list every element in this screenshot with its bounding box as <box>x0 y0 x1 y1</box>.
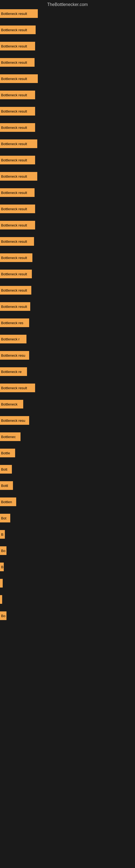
row-gap-28 <box>0 474 135 481</box>
bars-container: Bottleneck resultBottleneck resultBottle… <box>0 9 135 628</box>
bar-row-18: Bottleneck result <box>0 302 135 318</box>
bar-row-28: Bott <box>0 465 135 481</box>
bar-row-13: Bottleneck result <box>0 221 135 237</box>
bar-7: Bottleneck result <box>0 123 35 132</box>
bar-label-18: Bottleneck result <box>1 305 27 309</box>
bar-row-34: B <box>0 563 135 579</box>
bar-label-6: Bottleneck result <box>1 109 27 113</box>
row-gap-11 <box>0 197 135 205</box>
bar-24: Bottleneck <box>0 400 23 408</box>
bar-row-29: Bottl <box>0 481 135 497</box>
bar-row-11: Bottleneck result <box>0 188 135 205</box>
row-gap-26 <box>0 441 135 448</box>
bar-row-6: Bottleneck result <box>0 107 135 123</box>
bar-12: Bottleneck result <box>0 205 35 213</box>
row-gap-9 <box>0 164 135 172</box>
bar-row-4: Bottleneck result <box>0 74 135 91</box>
bar-label-34: B <box>1 565 3 569</box>
bar-25: Bottleneck resu <box>0 416 29 425</box>
bar-label-30: Bottlen <box>1 500 12 504</box>
bar-row-2: Bottleneck result <box>0 42 135 58</box>
bar-row-3: Bottleneck result <box>0 58 135 74</box>
bar-row-26: Bottlenec <box>0 432 135 448</box>
bar-row-19: Bottleneck res <box>0 318 135 335</box>
bar-label-1: Bottleneck result <box>1 28 27 32</box>
bar-label-27: Bottle <box>1 451 10 455</box>
bar-20: Bottleneck r <box>0 335 27 343</box>
bar-label-26: Bottlenec <box>1 435 16 439</box>
row-gap-13 <box>0 229 135 237</box>
row-gap-35 <box>0 588 135 595</box>
bar-8: Bottleneck result <box>0 140 37 148</box>
bar-label-4: Bottleneck result <box>1 77 27 81</box>
bar-9: Bottleneck result <box>0 156 35 164</box>
bar-28: Bott <box>0 465 12 474</box>
bar-4: Bottleneck result <box>0 74 38 83</box>
bar-26: Bottlenec <box>0 432 20 441</box>
bar-row-27: Bottle <box>0 448 135 465</box>
bar-21: Bottleneck resu <box>0 351 29 360</box>
bar-label-11: Bottleneck result <box>1 191 27 195</box>
bar-3: Bottleneck result <box>0 58 35 67</box>
row-gap-36 <box>0 604 135 611</box>
row-gap-0 <box>0 18 135 26</box>
row-gap-17 <box>0 294 135 302</box>
row-gap-24 <box>0 408 135 416</box>
row-gap-7 <box>0 132 135 140</box>
bar-5: Bottleneck result <box>0 91 35 99</box>
bar-16: Bottleneck result <box>0 270 32 278</box>
bar-29: Bottl <box>0 481 13 490</box>
bar-row-31: Bot <box>0 514 135 530</box>
row-gap-34 <box>0 571 135 579</box>
bar-13: Bottleneck result <box>0 221 35 229</box>
bar-label-17: Bottleneck result <box>1 288 27 292</box>
bar-36 <box>0 595 2 604</box>
bar-row-12: Bottleneck result <box>0 205 135 221</box>
bar-17: Bottleneck result <box>0 286 31 294</box>
row-gap-19 <box>0 327 135 335</box>
row-gap-3 <box>0 67 135 74</box>
bar-6: Bottleneck result <box>0 107 35 116</box>
row-gap-15 <box>0 262 135 270</box>
bar-row-15: Bottleneck result <box>0 253 135 270</box>
bar-label-7: Bottleneck result <box>1 126 27 130</box>
row-gap-30 <box>0 506 135 514</box>
bar-label-15: Bottleneck result <box>1 256 27 260</box>
bar-row-24: Bottleneck <box>0 400 135 416</box>
row-gap-21 <box>0 360 135 367</box>
row-gap-10 <box>0 181 135 188</box>
row-gap-4 <box>0 83 135 91</box>
bar-label-19: Bottleneck res <box>1 321 23 325</box>
row-gap-14 <box>0 246 135 253</box>
bar-label-31: Bot <box>1 516 6 520</box>
row-gap-27 <box>0 457 135 465</box>
bar-label-25: Bottleneck resu <box>1 418 26 423</box>
bar-35 <box>0 579 3 588</box>
row-gap-31 <box>0 522 135 530</box>
bar-31: Bot <box>0 514 10 522</box>
bar-row-22: Bottleneck re <box>0 367 135 383</box>
bar-37: Bo <box>0 611 6 620</box>
bar-22: Bottleneck re <box>0 367 27 376</box>
bar-row-8: Bottleneck result <box>0 140 135 156</box>
bar-row-17: Bottleneck result <box>0 286 135 302</box>
bar-row-32: B <box>0 530 135 546</box>
row-gap-2 <box>0 51 135 58</box>
bar-10: Bottleneck result <box>0 172 37 181</box>
bar-label-14: Bottleneck result <box>1 240 27 244</box>
bar-row-10: Bottleneck result <box>0 172 135 188</box>
bar-label-9: Bottleneck result <box>1 158 27 162</box>
bar-row-23: Bottleneck result <box>0 383 135 400</box>
bar-row-20: Bottleneck r <box>0 335 135 351</box>
bar-2: Bottleneck result <box>0 42 35 51</box>
row-gap-16 <box>0 278 135 286</box>
bar-label-28: Bott <box>1 467 7 471</box>
bar-label-12: Bottleneck result <box>1 207 27 211</box>
bar-label-5: Bottleneck result <box>1 93 27 97</box>
bar-label-20: Bottleneck r <box>1 337 20 341</box>
bar-18: Bottleneck result <box>0 302 30 311</box>
bar-label-24: Bottleneck <box>1 402 17 406</box>
bar-14: Bottleneck result <box>0 237 34 246</box>
bar-row-25: Bottleneck resu <box>0 416 135 432</box>
bar-row-1: Bottleneck result <box>0 26 135 42</box>
